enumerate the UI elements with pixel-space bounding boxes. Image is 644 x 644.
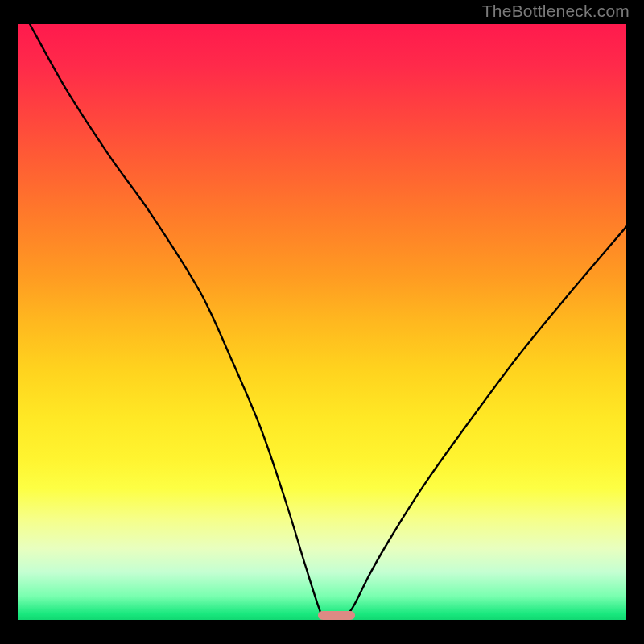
chart-frame: TheBottleneck.com <box>0 0 644 644</box>
plot-area <box>18 24 626 620</box>
bottleneck-curve <box>30 24 626 621</box>
optimal-range-marker <box>318 611 355 620</box>
watermark-text: TheBottleneck.com <box>482 2 630 21</box>
curve-svg <box>18 24 626 620</box>
